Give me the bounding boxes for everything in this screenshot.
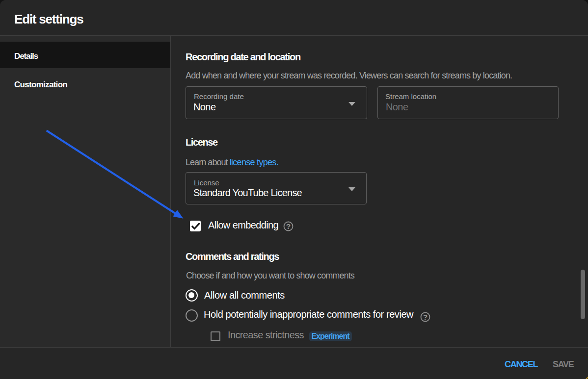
svg-text:?: ? [286, 222, 291, 230]
svg-text:?: ? [423, 313, 428, 321]
